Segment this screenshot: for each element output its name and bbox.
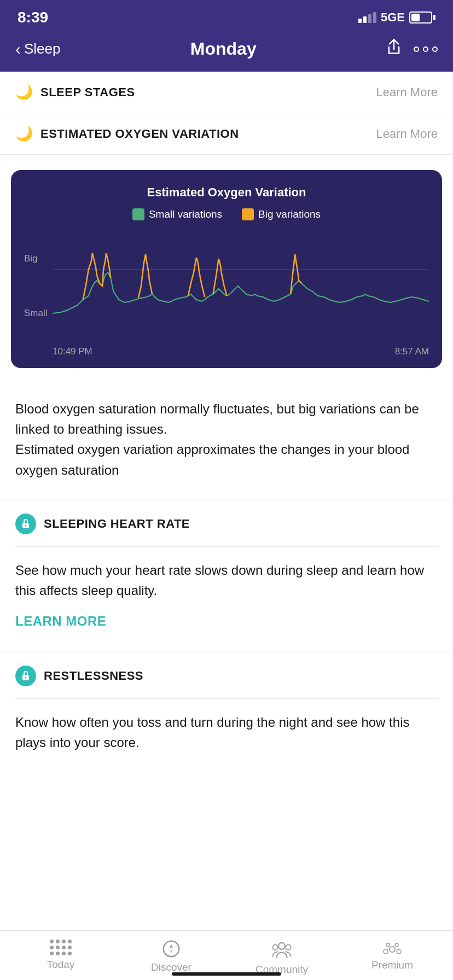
back-label: Sleep xyxy=(24,40,61,57)
home-indicator xyxy=(0,972,453,976)
nav-premium[interactable]: Premium xyxy=(337,940,448,971)
status-icons: 5GE xyxy=(358,10,435,25)
community-icon xyxy=(271,940,292,960)
svg-point-11 xyxy=(384,949,388,954)
svg-point-9 xyxy=(272,945,278,950)
sleeping-heart-rate-header: SLEEPING HEART RATE xyxy=(15,514,438,547)
legend-big-swatch xyxy=(242,208,254,220)
today-icon xyxy=(50,940,72,955)
restlessness-body: Know how often you toss and turn during … xyxy=(15,699,438,775)
svg-point-14 xyxy=(386,943,390,947)
battery-icon xyxy=(409,11,435,24)
share-icon[interactable] xyxy=(386,38,402,60)
svg-point-2 xyxy=(25,524,27,526)
y-label-small: Small xyxy=(24,308,48,319)
header: ‹ Sleep Monday xyxy=(0,33,453,72)
discover-label: Discover xyxy=(151,961,191,973)
moon-icon-2: 🌙 xyxy=(15,125,33,142)
lock-icon-restlessness xyxy=(15,666,36,686)
oxygen-variation-section: 🌙 ESTIMATED OXYGEN VARIATION Learn More xyxy=(0,113,453,155)
restlessness-header: RESTLESSNESS xyxy=(15,666,438,699)
y-label-big: Big xyxy=(24,253,48,264)
legend-small: Small variations xyxy=(132,208,222,220)
chart-legend: Small variations Big variations xyxy=(24,208,429,220)
premium-label: Premium xyxy=(371,959,413,971)
svg-point-12 xyxy=(390,947,395,952)
x-label-end: 8:57 AM xyxy=(395,346,429,357)
heart-rate-desc: See how much your heart rate slows down … xyxy=(15,560,438,600)
lock-icon-heart-rate xyxy=(15,514,36,534)
discover-icon xyxy=(162,940,181,958)
oxygen-desc-text: Blood oxygen saturation normally fluctua… xyxy=(15,401,419,477)
svg-marker-7 xyxy=(169,949,173,954)
restlessness-section: RESTLESSNESS Know how often you toss and… xyxy=(0,652,453,775)
svg-point-8 xyxy=(278,943,285,949)
chart-y-labels: Big Small xyxy=(24,231,48,357)
back-button[interactable]: ‹ Sleep xyxy=(15,40,61,57)
oxygen-label: ESTIMATED OXYGEN VARIATION xyxy=(40,127,239,141)
sleep-stages-section: 🌙 SLEEP STAGES Learn More xyxy=(0,72,453,113)
nav-discover[interactable]: Discover xyxy=(116,940,226,973)
oxygen-chart-card: Estimated Oxygen Variation Small variati… xyxy=(11,170,442,368)
svg-point-10 xyxy=(286,945,291,950)
svg-point-13 xyxy=(397,949,401,954)
back-chevron-icon: ‹ xyxy=(15,41,21,57)
heart-rate-label: SLEEPING HEART RATE xyxy=(44,517,190,531)
restlessness-label: RESTLESSNESS xyxy=(44,669,143,683)
sleep-stages-left: 🌙 SLEEP STAGES xyxy=(15,84,135,101)
svg-point-4 xyxy=(25,677,27,679)
network-type: 5GE xyxy=(381,10,405,25)
main-content: 🌙 SLEEP STAGES Learn More 🌙 ESTIMATED OX… xyxy=(0,72,453,864)
nav-today[interactable]: Today xyxy=(5,940,116,971)
status-bar: 8:39 5GE xyxy=(0,0,453,33)
today-label: Today xyxy=(47,959,75,971)
header-actions xyxy=(386,38,438,60)
premium-icon xyxy=(382,940,402,956)
more-options-icon[interactable] xyxy=(414,46,438,52)
chart-svg xyxy=(53,231,429,341)
page-title: Monday xyxy=(190,39,257,59)
nav-community[interactable]: Community xyxy=(226,940,337,976)
sleep-stages-label: SLEEP STAGES xyxy=(40,85,135,100)
svg-point-5 xyxy=(164,941,179,956)
chart-title: Estimated Oxygen Variation xyxy=(24,185,429,200)
heart-rate-learn-more[interactable]: LEARN MORE xyxy=(15,614,438,642)
legend-big-label: Big variations xyxy=(258,208,321,220)
moon-icon: 🌙 xyxy=(15,84,33,101)
chart-x-labels: 10:49 PM 8:57 AM xyxy=(53,346,429,357)
restlessness-desc: Know how often you toss and turn during … xyxy=(15,712,438,752)
oxygen-left: 🌙 ESTIMATED OXYGEN VARIATION xyxy=(15,125,239,142)
signal-bars-icon xyxy=(358,12,376,23)
legend-big: Big variations xyxy=(242,208,321,220)
chart-area: Big Small xyxy=(24,231,429,357)
svg-point-15 xyxy=(395,943,398,947)
oxygen-learn-more[interactable]: Learn More xyxy=(376,127,438,141)
legend-small-label: Small variations xyxy=(149,208,222,220)
sleep-stages-learn-more[interactable]: Learn More xyxy=(376,85,438,100)
home-bar xyxy=(172,972,281,976)
x-label-start: 10:49 PM xyxy=(53,346,92,357)
heart-rate-body: See how much your heart rate slows down … xyxy=(15,547,438,652)
status-time: 8:39 xyxy=(18,9,48,26)
svg-marker-6 xyxy=(169,944,173,949)
sleeping-heart-rate-section: SLEEPING HEART RATE See how much your he… xyxy=(0,500,453,652)
legend-small-swatch xyxy=(132,208,144,220)
oxygen-description: Blood oxygen saturation normally fluctua… xyxy=(0,383,453,500)
